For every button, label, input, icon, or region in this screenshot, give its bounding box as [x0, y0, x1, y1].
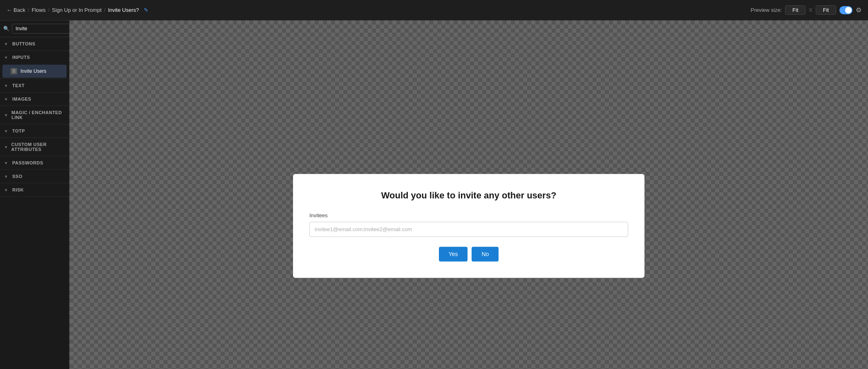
section-sso-label: SSO [12, 174, 22, 179]
section-passwords-label: PASSWORDS [12, 160, 43, 165]
chevron-magic-link-icon [5, 112, 9, 117]
chevron-totp-icon [5, 128, 10, 133]
breadcrumb-flows[interactable]: Flows [32, 7, 46, 13]
modal-title: Would you like to invite any other users… [309, 190, 628, 201]
section-risk: RISK [0, 183, 69, 197]
back-label: Back [13, 7, 25, 13]
invitees-input[interactable] [309, 222, 628, 237]
section-totp-header[interactable]: TOTP [0, 124, 69, 137]
breadcrumb-current: Invite Users? [108, 7, 139, 13]
preview-label: Preview size: [751, 7, 782, 13]
modal-card: Would you like to invite any other users… [293, 174, 644, 278]
section-inputs: INPUTS ☷ Invite Users [0, 51, 69, 79]
section-totp: TOTP [0, 124, 69, 138]
modal-buttons: Yes No [309, 247, 628, 261]
chevron-images-icon [5, 97, 10, 101]
section-images-label: IMAGES [12, 97, 31, 101]
section-magic-link-label: MAGIC / ENCHANTED LINK [11, 110, 64, 120]
section-text-label: TEXT [12, 83, 25, 88]
search-input[interactable] [12, 24, 69, 34]
section-inputs-label: INPUTS [12, 55, 30, 60]
breadcrumb-signup[interactable]: Sign Up or In Prompt [52, 7, 101, 13]
section-images-header[interactable]: IMAGES [0, 92, 69, 106]
section-inputs-header[interactable]: INPUTS [0, 51, 69, 64]
preview-width-input[interactable] [785, 5, 805, 15]
toggle-switch[interactable] [839, 6, 852, 14]
invitees-label: Invitees [309, 212, 628, 218]
section-risk-label: RISK [12, 187, 24, 192]
section-totp-label: TOTP [12, 128, 25, 133]
section-custom-user-attributes-label: CUSTOM USER ATTRIBUTES [11, 142, 65, 152]
canvas-area: Would you like to invite any other users… [69, 20, 868, 369]
breadcrumb-sep-2: / [48, 7, 49, 13]
breadcrumb-sep-1: / [28, 7, 29, 13]
chevron-risk-icon [5, 187, 10, 192]
back-arrow-icon: ← [7, 7, 12, 13]
section-images: IMAGES [0, 92, 69, 106]
topbar-right: Preview size: X ⚙ [751, 5, 861, 15]
settings-icon[interactable]: ⚙ [856, 6, 861, 14]
section-custom-user-attributes-header[interactable]: CUSTOM USER ATTRIBUTES [0, 138, 69, 156]
edit-icon[interactable]: ✎ [144, 7, 148, 13]
preview-height-input[interactable] [816, 5, 836, 15]
chevron-inputs-icon [5, 55, 10, 60]
section-risk-header[interactable]: RISK [0, 183, 69, 196]
section-buttons-label: BUTTONS [12, 41, 35, 46]
chevron-buttons-icon [5, 41, 10, 46]
section-custom-user-attributes: CUSTOM USER ATTRIBUTES [0, 138, 69, 156]
invite-users-icon: ☷ [11, 68, 17, 74]
section-sso: SSO [0, 170, 69, 183]
x-separator: X [809, 7, 812, 13]
search-icon: 🔍 [3, 26, 9, 32]
sidebar-item-invite-users[interactable]: ☷ Invite Users [2, 65, 67, 78]
section-passwords: PASSWORDS [0, 156, 69, 170]
invite-users-label: Invite Users [20, 68, 46, 74]
yes-button[interactable]: Yes [439, 247, 468, 261]
section-magic-link-header[interactable]: MAGIC / ENCHANTED LINK [0, 106, 69, 124]
chevron-sso-icon [5, 174, 10, 179]
back-button[interactable]: ← Back [7, 7, 25, 13]
chevron-text-icon [5, 83, 10, 88]
search-bar: 🔍 ✕ [0, 20, 69, 37]
topbar: ← Back / Flows / Sign Up or In Prompt / … [0, 0, 868, 20]
section-text: TEXT [0, 79, 69, 92]
topbar-left: ← Back / Flows / Sign Up or In Prompt / … [7, 7, 148, 13]
chevron-custom-user-attributes-icon [5, 144, 9, 149]
section-text-header[interactable]: TEXT [0, 79, 69, 92]
main-layout: 🔍 ✕ BUTTONS INPUTS ☷ Invite Users TEX [0, 20, 868, 369]
no-button[interactable]: No [472, 247, 499, 261]
sidebar: 🔍 ✕ BUTTONS INPUTS ☷ Invite Users TEX [0, 20, 69, 369]
section-sso-header[interactable]: SSO [0, 170, 69, 183]
breadcrumb-sep-3: / [104, 7, 106, 13]
section-buttons-header[interactable]: BUTTONS [0, 37, 69, 50]
section-buttons: BUTTONS [0, 37, 69, 51]
section-magic-link: MAGIC / ENCHANTED LINK [0, 106, 69, 124]
chevron-passwords-icon [5, 160, 10, 165]
section-passwords-header[interactable]: PASSWORDS [0, 156, 69, 169]
